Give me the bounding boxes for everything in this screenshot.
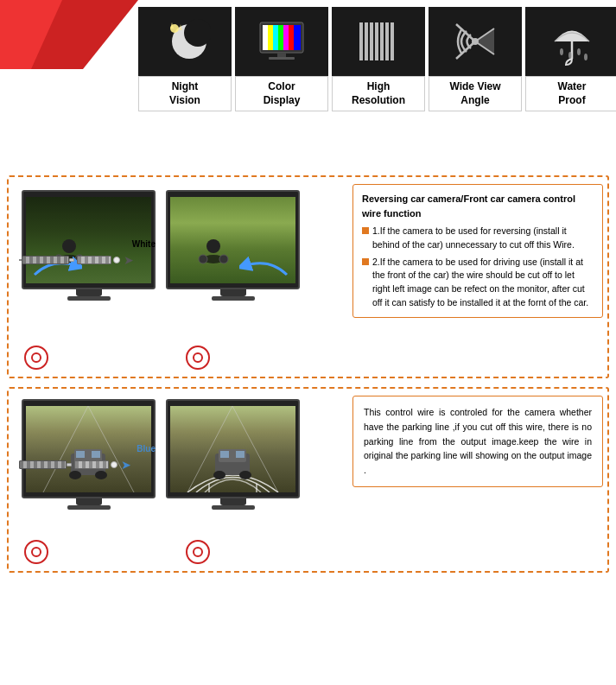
svg-point-31 [568, 52, 572, 59]
bottom-text-panel: This control wire is controled for the c… [352, 396, 603, 487]
white-wire-label: White [132, 239, 156, 249]
night-vision-label: NightVision [138, 76, 232, 111]
svg-rect-13 [294, 25, 301, 50]
water-proof-label: WaterProof [525, 76, 616, 111]
monitor-3-base [67, 505, 111, 510]
svg-rect-21 [385, 22, 389, 60]
tv-icon [256, 16, 308, 67]
svg-rect-22 [391, 22, 394, 60]
top-section: ➤ White [7, 175, 609, 378]
monitor-3 [22, 399, 156, 498]
svg-rect-9 [273, 25, 278, 50]
svg-rect-14 [277, 53, 286, 57]
blue-wire-label: Blue [137, 444, 156, 453]
color-display-icon-box [235, 7, 328, 76]
top-monitors-row [22, 190, 300, 301]
bottom-wire-assembly: ➤ Blue [19, 458, 131, 472]
top-wire-assembly: ➤ White [19, 253, 134, 267]
svg-rect-12 [289, 25, 294, 50]
monitor-4-stand [220, 498, 246, 505]
bottom-monitors-row [22, 399, 300, 510]
features-bar: NightVision ColorDisplay [138, 7, 616, 111]
umbrella-icon [546, 16, 598, 67]
feature-water-proof: WaterProof [525, 7, 616, 111]
wide-view-label: Wide ViewAngle [429, 76, 522, 111]
bars-icon [352, 16, 404, 67]
svg-rect-47 [92, 451, 100, 458]
svg-rect-56 [220, 451, 229, 458]
bullet-2: 2.If the camera to be used for driving u… [362, 256, 594, 310]
svg-rect-10 [278, 25, 283, 50]
monitor-4-wrapper [166, 399, 300, 510]
high-resolution-icon-box [332, 7, 425, 76]
svg-rect-46 [76, 451, 85, 458]
content-area: ➤ White [0, 168, 616, 685]
svg-marker-26 [475, 29, 494, 54]
svg-rect-19 [375, 22, 378, 60]
wide-view-icon-box [429, 7, 522, 76]
circle-connector-left-bottom [24, 540, 48, 564]
svg-rect-7 [263, 25, 268, 50]
wide-angle-icon [449, 16, 501, 67]
night-vision-icon-box [138, 7, 232, 76]
feature-night-vision: NightVision [138, 7, 232, 111]
color-display-label: ColorDisplay [235, 76, 328, 111]
feature-wide-view: Wide ViewAngle [429, 7, 522, 111]
monitor-1-stand [76, 289, 102, 296]
water-proof-icon-box [525, 7, 616, 76]
svg-point-41 [219, 255, 228, 263]
svg-point-39 [206, 239, 220, 253]
svg-rect-8 [268, 25, 273, 50]
svg-point-33 [584, 54, 587, 60]
feature-color-display: ColorDisplay [235, 7, 328, 111]
svg-rect-17 [365, 22, 368, 60]
svg-point-1 [184, 19, 211, 47]
circle-connector-left-top [24, 346, 48, 370]
bottom-section: ➤ Blue [7, 387, 609, 573]
circle-connector-right-bottom [186, 540, 210, 564]
feature-high-resolution: HighResolution [332, 7, 425, 111]
top-text-panel: Reversing car camera/Front car camera co… [352, 184, 603, 318]
svg-rect-16 [359, 22, 363, 60]
monitor-4-base [212, 505, 255, 510]
monitor-2-stand [220, 289, 246, 296]
svg-point-58 [213, 471, 225, 479]
circle-connector-right-top [186, 346, 210, 370]
svg-point-32 [577, 48, 581, 55]
monitor-4 [166, 399, 300, 498]
bullet-1: 1.If the camera to be used for reversing… [362, 225, 594, 252]
moon-icon [159, 16, 211, 67]
monitor-2 [166, 190, 300, 289]
monitor-2-base [212, 296, 255, 301]
monitor-3-wrapper [22, 399, 156, 510]
svg-rect-20 [380, 22, 384, 60]
svg-point-59 [239, 471, 251, 479]
svg-rect-11 [283, 25, 289, 50]
svg-rect-15 [269, 57, 295, 60]
monitor-2-wrapper [166, 190, 300, 301]
svg-rect-18 [370, 22, 373, 60]
monitor-3-stand [76, 498, 102, 505]
monitor-1-base [67, 296, 111, 301]
top-text-title: Reversing car camera/Front car camera co… [362, 192, 594, 220]
svg-point-30 [560, 48, 563, 55]
svg-point-35 [62, 239, 76, 253]
high-resolution-label: HighResolution [332, 76, 425, 111]
svg-point-40 [199, 255, 207, 263]
svg-rect-57 [236, 451, 244, 458]
